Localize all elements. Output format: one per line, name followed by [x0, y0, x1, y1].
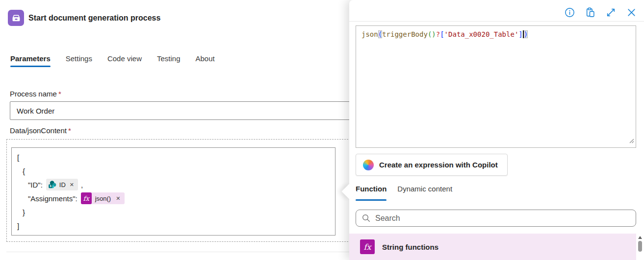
json-line: [ — [17, 150, 125, 164]
json-line-assignments: "Assignments": fx json() ✕ — [17, 191, 125, 205]
action-archive-drawer-icon — [8, 10, 24, 26]
required-asterisk: * — [68, 126, 71, 135]
data-json-content-label: Data/jsonContent* — [10, 126, 71, 135]
json-line: } — [17, 205, 125, 219]
remove-token-icon[interactable]: ✕ — [70, 182, 74, 188]
tab-about[interactable]: About — [196, 54, 215, 67]
list-item-string-functions[interactable]: fx String functions — [349, 234, 636, 260]
expression-token: [ — [440, 30, 444, 38]
expression-token: 'Data_x0020_Table' — [444, 30, 519, 38]
sharepoint-icon: s — [48, 180, 57, 189]
expression-token: ] — [518, 30, 522, 38]
expression-panel: json(triggerBody()?['Data_x0020_Table'])… — [349, 0, 644, 260]
scrollbar-up-arrow-icon[interactable] — [638, 236, 642, 239]
panel-header-divider — [349, 21, 644, 22]
scrollbar-thumb[interactable] — [638, 241, 642, 252]
data-json-content-dropzone[interactable]: [ { "ID": s ID ✕ — [6, 139, 363, 242]
resize-handle-icon[interactable] — [629, 136, 634, 146]
tab-testing[interactable]: Testing — [157, 54, 180, 67]
expression-token: ? — [436, 30, 440, 38]
archive-drawer-icon — [10, 12, 22, 24]
search-input[interactable] — [375, 214, 630, 223]
required-asterisk: * — [58, 90, 61, 98]
copilot-button-label: Create an expression with Copilot — [379, 161, 498, 169]
copilot-logo-icon — [363, 160, 374, 170]
panel-scrollbar[interactable] — [636, 234, 644, 260]
function-search-box[interactable] — [356, 210, 636, 227]
panel-toolbar — [565, 7, 637, 18]
info-icon[interactable] — [565, 7, 575, 18]
create-expression-copilot-button[interactable]: Create an expression with Copilot — [356, 154, 508, 176]
json-content-lines: [ { "ID": s ID ✕ — [17, 150, 125, 233]
expression-token: ) — [524, 30, 528, 38]
expression-pill-json[interactable]: fx json() ✕ — [81, 192, 125, 204]
close-icon[interactable] — [626, 7, 637, 18]
expression-token: () — [428, 30, 436, 38]
page-title: Start document generation process — [28, 14, 160, 23]
json-content-editor[interactable]: [ { "ID": s ID ✕ — [11, 147, 335, 236]
search-icon — [362, 214, 370, 222]
card-bottom-divider — [6, 252, 350, 252]
flow-action-editor: Start document generation process Parame… — [0, 0, 644, 260]
tab-parameters[interactable]: Parameters — [10, 54, 51, 67]
process-name-label: Process name* — [10, 90, 61, 98]
expression-token: ( — [378, 30, 382, 38]
tab-code-view[interactable]: Code view — [107, 54, 142, 67]
expression-token: json — [361, 30, 378, 38]
fx-icon: fx — [360, 239, 375, 254]
remove-token-icon[interactable]: ✕ — [116, 195, 120, 202]
json-line-id: "ID": s ID ✕ , — [17, 178, 125, 191]
pill-label: ID — [59, 181, 66, 189]
tab-settings[interactable]: Settings — [66, 54, 92, 67]
json-line: { — [17, 164, 125, 178]
tab-dynamic-content[interactable]: Dynamic content — [397, 185, 452, 201]
expression-token: triggerBody — [382, 30, 428, 38]
action-tab-bar: Parameters Settings Code view Testing Ab… — [10, 54, 215, 67]
paste-icon[interactable] — [585, 7, 595, 18]
function-group-label: String functions — [382, 243, 438, 251]
fx-icon: fx — [81, 192, 92, 204]
expand-icon[interactable] — [606, 7, 616, 18]
expression-input[interactable]: json(triggerBody()?['Data_x0020_Table']) — [356, 25, 636, 148]
svg-text:s: s — [50, 184, 52, 188]
pill-label: json() — [95, 195, 111, 202]
json-line: ] — [17, 219, 125, 233]
panel-tab-bar: Function Dynamic content — [356, 185, 452, 201]
tab-function[interactable]: Function — [356, 185, 386, 201]
dynamic-content-pill-id[interactable]: s ID ✕ — [46, 179, 78, 190]
